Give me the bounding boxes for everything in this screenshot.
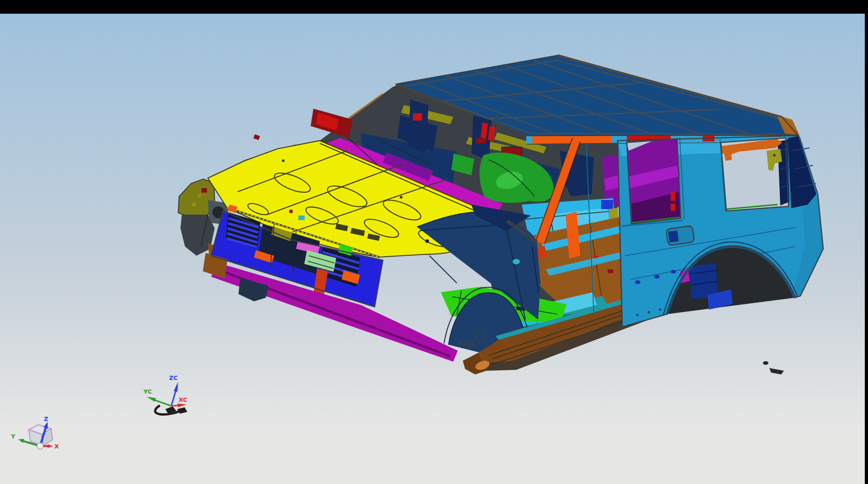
triad-x-label: X	[54, 443, 59, 450]
triad-y-label: Y	[11, 433, 16, 440]
rear-door-window[interactable]	[627, 139, 681, 224]
graphics-viewport[interactable]: ZC YC XC Z Y X	[0, 0, 868, 484]
right-black-bar	[865, 0, 868, 484]
far-corner-red-mark	[201, 188, 207, 193]
wcs-y-label: YC	[143, 388, 152, 395]
wcs-x-label: XC	[179, 396, 187, 403]
cad-application-window: ZC YC XC Z Y X	[0, 0, 868, 484]
top-black-bar	[0, 0, 868, 14]
door-handle-recess[interactable]	[666, 226, 694, 246]
quarter-window[interactable]	[721, 138, 789, 211]
triad-z-label: Z	[44, 416, 48, 422]
wcs-z-label: ZC	[169, 374, 178, 381]
triad-origin-sphere[interactable]	[37, 443, 43, 449]
